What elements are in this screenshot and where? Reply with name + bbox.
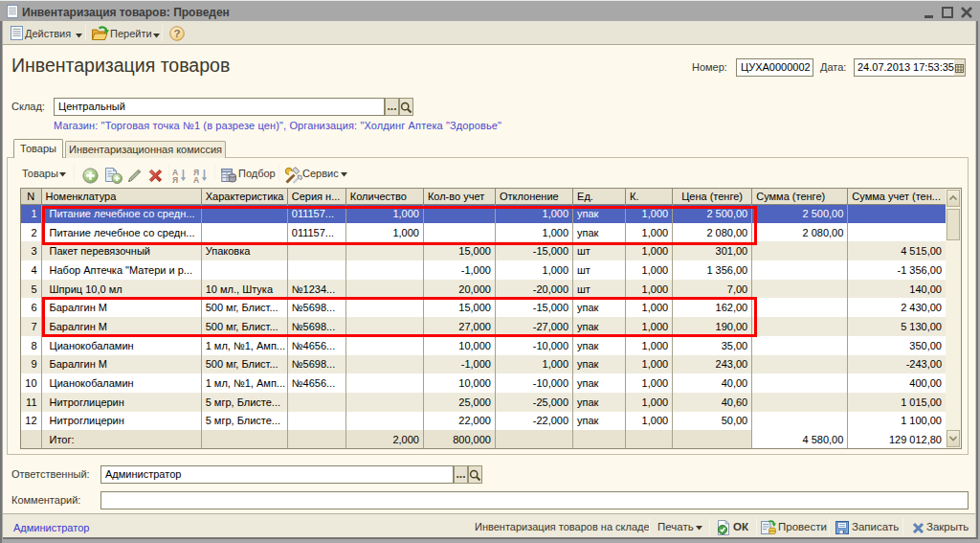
svg-text:А: А bbox=[193, 175, 199, 184]
svg-text:Я: Я bbox=[172, 175, 178, 184]
svg-text:?: ? bbox=[173, 28, 180, 39]
